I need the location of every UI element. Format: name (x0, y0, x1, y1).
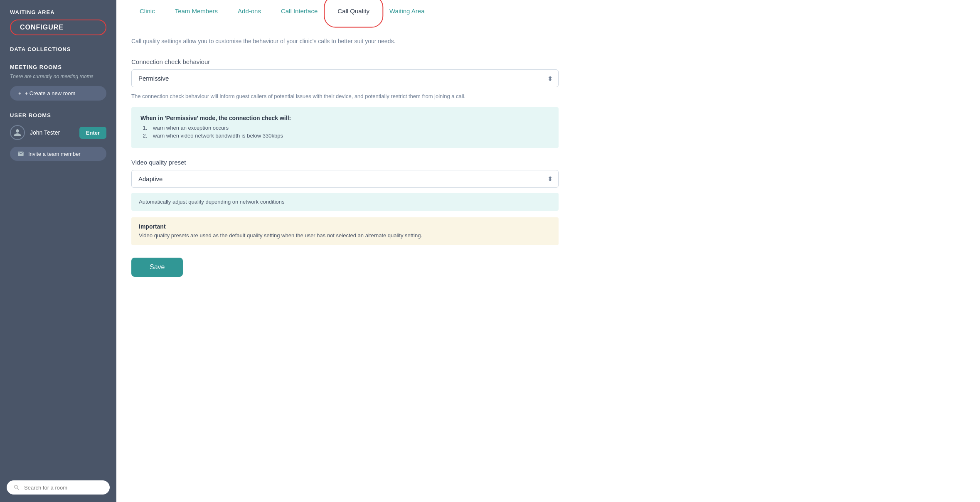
search-icon (13, 484, 20, 491)
info-box-title: When in 'Permissive' mode, the connectio… (140, 115, 549, 121)
data-collections-title: DATA COLLECTIONS (0, 42, 116, 57)
important-title: Important (139, 223, 551, 230)
info-box-list: warn when an exception occurs warn when … (140, 125, 549, 139)
tab-waiting-area[interactable]: Waiting Area (379, 0, 435, 23)
user-row: John Tester Enter (0, 123, 116, 143)
meeting-rooms-title: MEETING ROOMS (0, 57, 116, 73)
main-content: Clinic Team Members Add-ons Call Interfa… (116, 0, 980, 502)
connection-check-select[interactable]: Permissive Strict Disabled (131, 69, 559, 87)
connection-check-hint: The connection check behaviour will info… (131, 92, 559, 101)
invite-team-member-button[interactable]: Invite a team member (10, 147, 106, 161)
invite-label: Invite a team member (28, 151, 81, 157)
content-area: Call quality settings allow you to custo… (116, 23, 574, 290)
create-room-button[interactable]: + + Create a new room (10, 86, 106, 101)
sidebar: WAITING AREA CONFIGURE DATA COLLECTIONS … (0, 0, 116, 502)
tab-team-members[interactable]: Team Members (165, 0, 228, 23)
tab-call-quality[interactable]: Call Quality (327, 0, 379, 23)
connection-check-info-box: When in 'Permissive' mode, the connectio… (131, 107, 559, 148)
page-description: Call quality settings allow you to custo… (131, 37, 559, 46)
waiting-area-title: WAITING AREA (0, 0, 116, 20)
video-quality-select[interactable]: Adaptive High Medium Low (131, 170, 559, 188)
connection-check-label: Connection check behaviour (131, 58, 559, 65)
save-button[interactable]: Save (131, 258, 183, 277)
create-room-label: + Create a new room (25, 90, 76, 96)
search-input[interactable] (24, 485, 103, 491)
adaptive-hint: Automatically adjust quality depending o… (131, 193, 559, 211)
info-item-2: warn when video network bandwidth is bel… (149, 133, 549, 139)
video-quality-select-wrapper: Adaptive High Medium Low ⬍ (131, 170, 559, 188)
tab-clinic[interactable]: Clinic (130, 0, 165, 23)
tab-call-quality-wrapper: Call Quality (327, 0, 379, 23)
video-quality-section: Video quality preset Adaptive High Mediu… (131, 159, 559, 246)
tab-call-interface[interactable]: Call Interface (271, 0, 327, 23)
video-quality-label: Video quality preset (131, 159, 559, 166)
enter-button[interactable]: Enter (79, 127, 106, 139)
tab-add-ons[interactable]: Add-ons (228, 0, 271, 23)
user-rooms-title: USER ROOMS (0, 108, 116, 123)
important-text: Video quality presets are used as the de… (139, 231, 551, 240)
info-item-1: warn when an exception occurs (149, 125, 549, 131)
person-icon (13, 128, 22, 137)
search-area (0, 473, 116, 502)
important-box: Important Video quality presets are used… (131, 217, 559, 246)
user-name: John Tester (30, 129, 74, 136)
connection-check-section: Connection check behaviour Permissive St… (131, 58, 559, 148)
connection-check-select-wrapper: Permissive Strict Disabled ⬍ (131, 69, 559, 87)
configure-badge: CONFIGURE (10, 20, 106, 35)
plus-icon: + (18, 90, 22, 96)
avatar (10, 125, 25, 140)
envelope-icon (17, 150, 24, 157)
no-meeting-rooms-text: There are currently no meeting rooms (0, 73, 116, 84)
search-box (7, 480, 110, 495)
tab-bar: Clinic Team Members Add-ons Call Interfa… (116, 0, 980, 23)
